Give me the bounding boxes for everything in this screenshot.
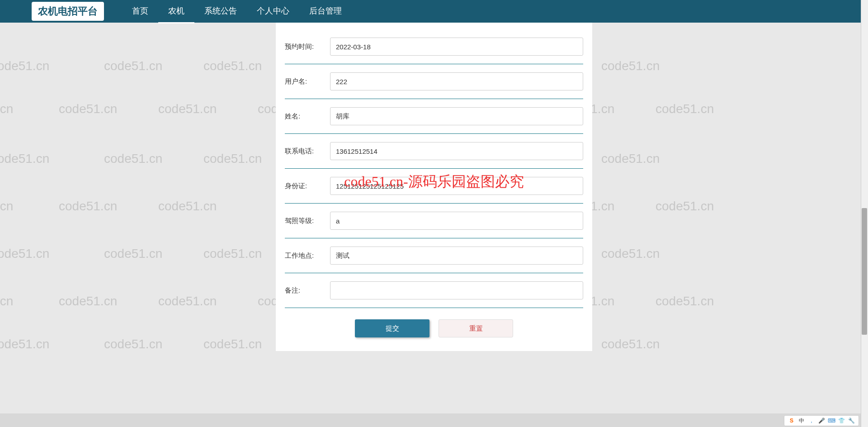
nav-item-admin[interactable]: 后台管理 bbox=[299, 0, 352, 24]
button-row: 提交 重置 bbox=[285, 308, 583, 337]
watermark-text: code51.cn bbox=[104, 59, 162, 73]
watermark-text: code51.cn bbox=[656, 199, 714, 214]
watermark-text: code51.cn bbox=[203, 337, 262, 351]
input-phone[interactable] bbox=[330, 142, 583, 160]
form-row-appointment-time: 预约时间: bbox=[285, 29, 583, 64]
bottom-bar bbox=[0, 413, 868, 427]
ime-tool-icon[interactable]: 🔧 bbox=[848, 417, 855, 424]
watermark-text: code51.cn bbox=[59, 199, 117, 214]
label-remark: 备注: bbox=[285, 286, 330, 295]
form-row-license: 驾照等级: bbox=[285, 204, 583, 238]
ime-lang-icon[interactable]: 中 bbox=[798, 417, 805, 424]
watermark-text: code51.cn bbox=[601, 59, 660, 73]
input-remark[interactable] bbox=[330, 281, 583, 299]
label-license: 驾照等级: bbox=[285, 217, 330, 225]
label-phone: 联系电话: bbox=[285, 147, 330, 156]
ime-skin-icon[interactable]: 👕 bbox=[838, 417, 845, 424]
scrollbar[interactable] bbox=[861, 0, 868, 427]
form-row-name: 姓名: bbox=[285, 99, 583, 134]
form-row-username: 用户名: bbox=[285, 64, 583, 99]
watermark-text: code51.cn bbox=[656, 294, 714, 308]
watermark-text: code51.cn bbox=[59, 294, 117, 308]
scrollbar-thumb[interactable] bbox=[862, 208, 867, 335]
label-name: 姓名: bbox=[285, 112, 330, 121]
watermark-text: code51.cn bbox=[601, 247, 660, 261]
nav-item-home[interactable]: 首页 bbox=[122, 0, 158, 24]
input-name[interactable] bbox=[330, 107, 583, 125]
ime-punct-icon[interactable]: ， bbox=[808, 417, 815, 424]
label-appointment-time: 预约时间: bbox=[285, 43, 330, 51]
input-idcard[interactable] bbox=[330, 177, 583, 195]
watermark-text: code51.cn bbox=[59, 102, 117, 116]
form-container: 预约时间: 用户名: 姓名: 联系电话: 身份证: 驾照等级: 工作地点: 备注… bbox=[276, 23, 592, 351]
input-license[interactable] bbox=[330, 212, 583, 230]
watermark-text: code51.cn bbox=[158, 294, 217, 308]
watermark-text: code51.cn bbox=[0, 152, 49, 166]
nav-item-personal[interactable]: 个人中心 bbox=[247, 0, 299, 24]
watermark-text: code51.cn bbox=[601, 152, 660, 166]
watermark-text: code51.cn bbox=[601, 337, 660, 351]
watermark-text: code51.cn bbox=[656, 102, 714, 116]
form-row-idcard: 身份证: bbox=[285, 169, 583, 204]
watermark-text: code51.cn bbox=[104, 152, 162, 166]
watermark-text: code51.cn bbox=[0, 102, 13, 116]
watermark-text: code51.cn bbox=[104, 247, 162, 261]
form-row-phone: 联系电话: bbox=[285, 134, 583, 169]
watermark-text: code51.cn bbox=[104, 337, 162, 351]
submit-button[interactable]: 提交 bbox=[355, 319, 429, 337]
label-username: 用户名: bbox=[285, 77, 330, 86]
input-username[interactable] bbox=[330, 72, 583, 90]
label-idcard: 身份证: bbox=[285, 182, 330, 190]
watermark-text: code51.cn bbox=[0, 247, 49, 261]
watermark-text: code51.cn bbox=[203, 247, 262, 261]
watermark-text: code51.cn bbox=[203, 152, 262, 166]
watermark-text: code51.cn bbox=[0, 59, 49, 73]
ime-keyboard-icon[interactable]: ⌨ bbox=[828, 417, 835, 424]
watermark-text: code51.cn bbox=[0, 199, 13, 214]
input-location[interactable] bbox=[330, 247, 583, 265]
label-location: 工作地点: bbox=[285, 251, 330, 260]
nav-item-announcement[interactable]: 系统公告 bbox=[194, 0, 247, 24]
input-appointment-time[interactable] bbox=[330, 38, 583, 56]
watermark-text: code51.cn bbox=[158, 102, 217, 116]
watermark-text: code51.cn bbox=[203, 59, 262, 73]
watermark-text: code51.cn bbox=[158, 199, 217, 214]
nav-item-machinery[interactable]: 农机 bbox=[158, 0, 194, 24]
watermark-text: code51.cn bbox=[0, 337, 49, 351]
reset-button[interactable]: 重置 bbox=[439, 319, 513, 337]
watermark-text: code51.cn bbox=[0, 294, 13, 308]
form-row-location: 工作地点: bbox=[285, 238, 583, 273]
form-row-remark: 备注: bbox=[285, 273, 583, 308]
ime-logo-icon: S bbox=[788, 417, 795, 424]
ime-voice-icon[interactable]: 🎤 bbox=[818, 417, 825, 424]
navbar: 农机电招平台 首页 农机 系统公告 个人中心 后台管理 bbox=[0, 0, 868, 23]
logo[interactable]: 农机电招平台 bbox=[32, 2, 104, 21]
nav-items: 首页 农机 系统公告 个人中心 后台管理 bbox=[122, 0, 352, 24]
ime-bar[interactable]: S 中 ， 🎤 ⌨ 👕 🔧 bbox=[784, 415, 859, 426]
